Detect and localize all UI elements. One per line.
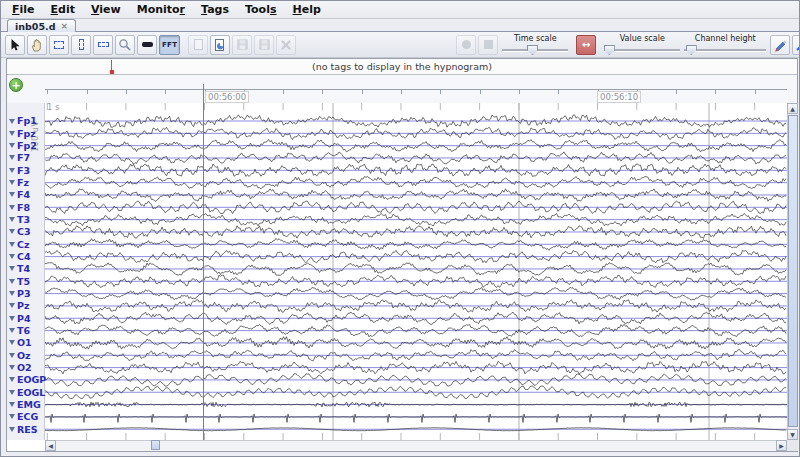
time-scale-slider[interactable] bbox=[502, 45, 568, 55]
channel-label-EMG[interactable]: EMG bbox=[9, 400, 41, 410]
select-area-tool-button[interactable] bbox=[49, 35, 69, 55]
channel-label-T6[interactable]: T6 bbox=[9, 326, 30, 336]
channel-name: C4 bbox=[17, 252, 31, 262]
channel-label-Fz[interactable]: Fz bbox=[9, 178, 29, 188]
floppy-icon bbox=[236, 38, 249, 51]
channel-dropdown-icon[interactable] bbox=[9, 242, 15, 247]
scrollbar-corner bbox=[787, 440, 798, 451]
channel-dropdown-icon[interactable] bbox=[9, 353, 15, 358]
channel-label-O1[interactable]: O1 bbox=[9, 338, 32, 348]
menu-tags[interactable]: Tags bbox=[194, 2, 236, 17]
select-column-tool-button[interactable] bbox=[71, 35, 91, 55]
channel-dropdown-icon[interactable] bbox=[9, 266, 15, 271]
channel-label-C3[interactable]: C3 bbox=[9, 227, 31, 237]
time-scale-indicator: 1 s bbox=[47, 102, 60, 112]
channel-dropdown-icon[interactable] bbox=[9, 143, 15, 148]
channel-label-F8[interactable]: F8 bbox=[9, 202, 30, 212]
pointer-tool-button[interactable] bbox=[5, 35, 25, 55]
channel-dropdown-icon[interactable] bbox=[9, 119, 15, 124]
horizontal-scrollbar-thumb[interactable] bbox=[151, 440, 160, 450]
channel-label-ECG[interactable]: ECG bbox=[9, 412, 38, 422]
channel-dropdown-icon[interactable] bbox=[9, 377, 15, 382]
menu-edit[interactable]: Edit bbox=[44, 2, 82, 17]
tab-inb05[interactable]: inb05.d × bbox=[7, 19, 76, 32]
channel-label-Fpz[interactable]: Fpz bbox=[9, 128, 36, 138]
channel-label-Oz[interactable]: Oz bbox=[9, 350, 31, 360]
channel-dropdown-icon[interactable] bbox=[9, 390, 15, 395]
channel-label-F3[interactable]: F3 bbox=[9, 165, 30, 175]
channel-dropdown-icon[interactable] bbox=[9, 155, 15, 160]
channel-label-Pz[interactable]: Pz bbox=[9, 301, 30, 311]
channel-dropdown-icon[interactable] bbox=[9, 414, 15, 419]
horizontal-scrollbar[interactable]: ◀▶ bbox=[45, 440, 787, 451]
time-scale-slider-thumb[interactable] bbox=[527, 45, 538, 55]
fft-tool-button[interactable]: FFT bbox=[159, 35, 180, 55]
menu-file[interactable]: File bbox=[5, 2, 42, 17]
scroll-down-button[interactable]: ▼ bbox=[787, 429, 798, 440]
channel-dropdown-icon[interactable] bbox=[9, 217, 15, 222]
channel-label-P4[interactable]: P4 bbox=[9, 313, 31, 323]
signal-position-cursor[interactable] bbox=[203, 84, 204, 440]
vertical-scrollbar[interactable]: ▲▼ bbox=[787, 103, 798, 440]
channel-dropdown-icon[interactable] bbox=[9, 402, 15, 407]
channel-label-O2[interactable]: O2 bbox=[9, 363, 32, 373]
channel-label-T3[interactable]: T3 bbox=[9, 215, 30, 225]
channel-height-slider[interactable] bbox=[684, 45, 766, 55]
channel-label-EOGL[interactable]: EOGL bbox=[9, 387, 45, 397]
fit-time-scale-button[interactable]: ↔ bbox=[576, 35, 596, 55]
channel-dropdown-icon[interactable] bbox=[9, 365, 15, 370]
hypnogram-strip[interactable]: (no tags to display in the hypnogram) bbox=[7, 59, 797, 75]
channel-dropdown-icon[interactable] bbox=[9, 303, 15, 308]
add-tag-button[interactable]: + bbox=[9, 78, 23, 92]
channel-label-T5[interactable]: T5 bbox=[9, 276, 30, 286]
channel-dropdown-icon[interactable] bbox=[9, 131, 15, 136]
channel-name: C3 bbox=[17, 227, 31, 237]
channel-label-C4[interactable]: C4 bbox=[9, 252, 31, 262]
record-button bbox=[456, 35, 476, 55]
channel-label-F4[interactable]: F4 bbox=[9, 190, 30, 200]
tab-close-icon[interactable]: × bbox=[60, 21, 68, 31]
pan-tool-button[interactable] bbox=[27, 35, 47, 55]
channel-dropdown-icon[interactable] bbox=[9, 180, 15, 185]
signal-preferences-button[interactable] bbox=[792, 35, 800, 55]
menu-tools[interactable]: Tools bbox=[238, 2, 284, 17]
menu-help[interactable]: Help bbox=[286, 2, 328, 17]
channel-label-Fp1[interactable]: Fp1 bbox=[9, 116, 37, 126]
measure-tool-button[interactable] bbox=[137, 35, 157, 55]
value-scale-slider-thumb[interactable] bbox=[604, 45, 615, 55]
channel-dropdown-icon[interactable] bbox=[9, 205, 15, 210]
channel-height-slider-thumb[interactable] bbox=[686, 45, 697, 55]
channel-label-Cz[interactable]: Cz bbox=[9, 239, 30, 249]
menu-view[interactable]: View bbox=[84, 2, 128, 17]
select-row-tool-button[interactable] bbox=[93, 35, 113, 55]
edit-montage-button[interactable] bbox=[770, 35, 790, 55]
channel-dropdown-icon[interactable] bbox=[9, 192, 15, 197]
channel-dropdown-icon[interactable] bbox=[9, 316, 15, 321]
value-scale-slider[interactable] bbox=[604, 45, 680, 55]
channel-label-EOGP[interactable]: EOGP bbox=[9, 375, 46, 385]
channel-dropdown-icon[interactable] bbox=[9, 168, 15, 173]
channel-dropdown-icon[interactable] bbox=[9, 340, 15, 345]
channel-dropdown-icon[interactable] bbox=[9, 229, 15, 234]
fft-icon: FFT bbox=[162, 41, 177, 49]
channel-name: F3 bbox=[17, 166, 30, 176]
zoom-tool-button[interactable] bbox=[115, 35, 135, 55]
open-tag-button[interactable] bbox=[210, 35, 230, 55]
channel-dropdown-icon[interactable] bbox=[9, 291, 15, 296]
menu-monitor[interactable]: Monitor bbox=[130, 2, 192, 17]
channel-label-Fp2[interactable]: Fp2 bbox=[9, 141, 37, 151]
channel-dropdown-icon[interactable] bbox=[9, 328, 15, 333]
channel-label-RES[interactable]: RES bbox=[9, 424, 38, 434]
channel-label-P3[interactable]: P3 bbox=[9, 289, 31, 299]
vertical-scrollbar-thumb[interactable] bbox=[788, 115, 798, 427]
scroll-left-button[interactable]: ◀ bbox=[45, 440, 56, 451]
scroll-up-button[interactable]: ▲ bbox=[787, 103, 798, 114]
channel-dropdown-icon[interactable] bbox=[9, 254, 15, 259]
channel-label-F7[interactable]: F7 bbox=[9, 153, 30, 163]
signal-plot[interactable]: 1 s 100 uV Fp1FpzFp2F7F3FzF4F8T3C3CzC4T4… bbox=[7, 103, 787, 440]
channel-dropdown-icon[interactable] bbox=[9, 279, 15, 284]
channel-label-T4[interactable]: T4 bbox=[9, 264, 30, 274]
scroll-right-button[interactable]: ▶ bbox=[776, 440, 787, 451]
time-ruler[interactable]: + 00:56:0000:56:10 bbox=[7, 75, 797, 103]
channel-dropdown-icon[interactable] bbox=[9, 427, 15, 432]
